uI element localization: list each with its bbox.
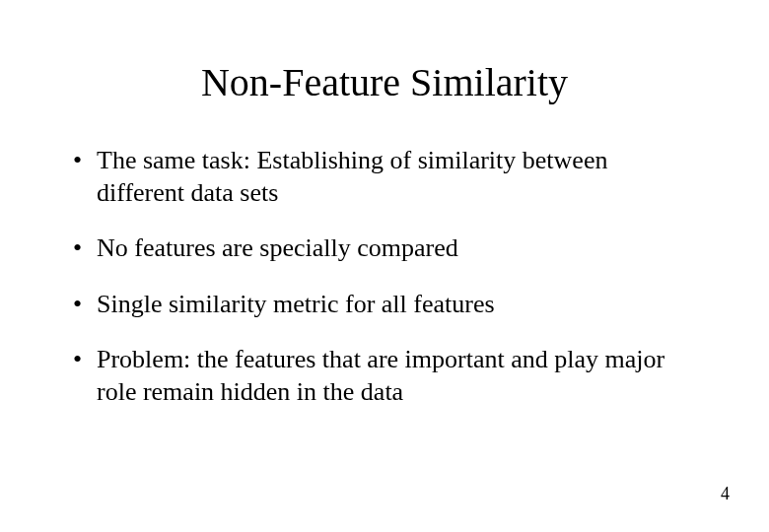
bullet-item: Single similarity metric for all feature… xyxy=(69,289,700,321)
slide-title: Non-Feature Similarity xyxy=(69,59,700,105)
bullet-list: The same task: Establishing of similarit… xyxy=(69,145,700,408)
bullet-item: The same task: Establishing of similarit… xyxy=(69,145,700,209)
bullet-item: Problem: the features that are important… xyxy=(69,344,700,408)
slide: Non-Feature Similarity The same task: Es… xyxy=(0,0,769,532)
bullet-item: No features are specially compared xyxy=(69,233,700,265)
page-number: 4 xyxy=(721,484,730,504)
